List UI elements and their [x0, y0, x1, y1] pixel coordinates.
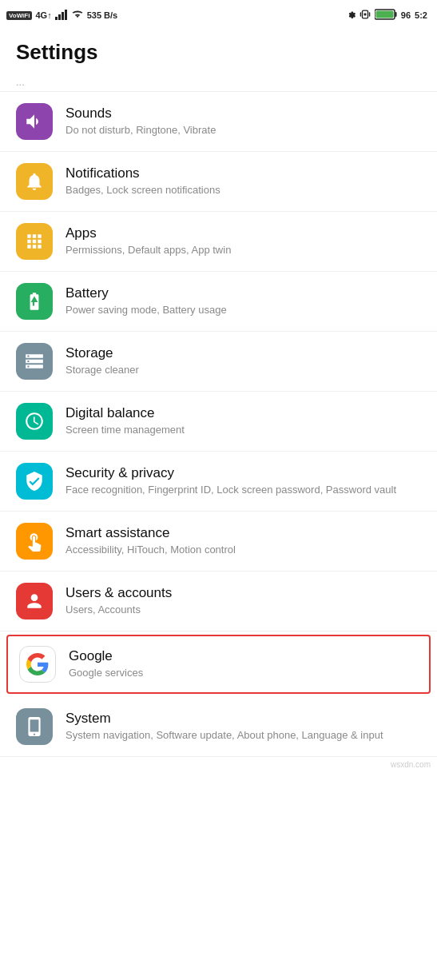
- status-left: VoWiFi 4G↑ 535 B/s: [6, 9, 117, 22]
- time: 5:2: [415, 10, 427, 20]
- page-header: Settings: [0, 29, 437, 73]
- smart-assistance-text: Smart assistance Accessibility, HiTouch,…: [66, 525, 421, 557]
- google-icon: [26, 653, 49, 675]
- settings-item-digital-balance[interactable]: Digital balance Screen time management: [0, 392, 437, 452]
- battery-percent: 96: [401, 10, 411, 20]
- vowifi-badge: VoWiFi: [6, 11, 32, 20]
- digital-balance-text: Digital balance Screen time management: [66, 405, 421, 437]
- users-accounts-title: Users & accounts: [66, 585, 421, 601]
- vibrate-icon: [360, 9, 371, 22]
- settings-item-users-accounts[interactable]: Users & accounts Users, Accounts: [0, 572, 437, 631]
- storage-icon-wrapper: [16, 343, 53, 380]
- google-icon-wrapper: [19, 646, 56, 683]
- smart-assistance-icon: [24, 531, 45, 552]
- battery-icon-wrapper: [16, 283, 53, 320]
- notifications-icon-wrapper: [16, 163, 53, 200]
- battery-subtitle: Power saving mode, Battery usage: [66, 303, 421, 317]
- settings-item-storage[interactable]: Storage Storage cleaner: [0, 332, 437, 392]
- watermark: wsxdn.com: [0, 757, 437, 772]
- svg-rect-1: [58, 14, 61, 20]
- google-title: Google: [69, 648, 418, 664]
- wifi-icon: [71, 9, 84, 22]
- sound-icon: [24, 111, 45, 132]
- apps-icon: [24, 231, 45, 252]
- digital-balance-subtitle: Screen time management: [66, 423, 421, 437]
- digital-balance-icon: [24, 411, 45, 432]
- security-text: Security & privacy Face recognition, Fin…: [66, 465, 421, 497]
- system-text: System System navigation, Software updat…: [66, 711, 421, 743]
- users-icon: [24, 591, 45, 612]
- storage-subtitle: Storage cleaner: [66, 363, 421, 377]
- smart-assistance-subtitle: Accessibility, HiTouch, Motion control: [66, 543, 421, 557]
- signal-strength: 4G↑: [35, 10, 51, 20]
- security-icon: [24, 471, 45, 492]
- settings-item-security-privacy[interactable]: Security & privacy Face recognition, Fin…: [0, 452, 437, 512]
- settings-item-google[interactable]: Google Google services: [6, 635, 431, 694]
- notifications-text: Notifications Badges, Lock screen notifi…: [66, 165, 421, 197]
- battery-title: Battery: [66, 285, 421, 301]
- digital-balance-title: Digital balance: [66, 405, 421, 421]
- sounds-subtitle: Do not disturb, Ringtone, Vibrate: [66, 123, 421, 137]
- settings-item-battery[interactable]: Battery Power saving mode, Battery usage: [0, 272, 437, 332]
- smart-assistance-icon-wrapper: [16, 523, 53, 560]
- notifications-title: Notifications: [66, 165, 421, 181]
- status-bar: VoWiFi 4G↑ 535 B/s ✽ 96 5:2: [0, 0, 437, 29]
- sounds-text: Sounds Do not disturb, Ringtone, Vibrate: [66, 106, 421, 137]
- apps-subtitle: Permissions, Default apps, App twin: [66, 243, 421, 257]
- users-accounts-subtitle: Users, Accounts: [66, 603, 421, 617]
- notification-icon: [24, 171, 45, 192]
- settings-list: Sounds Do not disturb, Ringtone, Vibrate…: [0, 92, 437, 757]
- apps-title: Apps: [66, 225, 421, 241]
- apps-icon-wrapper: [16, 223, 53, 260]
- settings-item-smart-assistance[interactable]: Smart assistance Accessibility, HiTouch,…: [0, 512, 437, 572]
- system-icon: [24, 716, 45, 737]
- settings-item-sounds[interactable]: Sounds Do not disturb, Ringtone, Vibrate: [0, 92, 437, 152]
- system-subtitle: System navigation, Software update, Abou…: [66, 728, 421, 743]
- settings-item-notifications[interactable]: Notifications Badges, Lock screen notifi…: [0, 152, 437, 212]
- battery-text: Battery Power saving mode, Battery usage: [66, 285, 421, 317]
- sounds-title: Sounds: [66, 106, 421, 122]
- users-accounts-text: Users & accounts Users, Accounts: [66, 585, 421, 617]
- status-right: ✽ 96 5:2: [348, 9, 427, 22]
- signal-bars: [55, 9, 68, 22]
- svg-rect-3: [65, 10, 67, 20]
- battery-icon: [24, 291, 45, 312]
- svg-rect-10: [375, 11, 393, 18]
- system-title: System: [66, 711, 421, 727]
- storage-title: Storage: [66, 345, 421, 361]
- settings-item-apps[interactable]: Apps Permissions, Default apps, App twin: [0, 212, 437, 272]
- storage-text: Storage Storage cleaner: [66, 345, 421, 377]
- svg-rect-5: [364, 14, 366, 16]
- page-title: Settings: [16, 40, 421, 65]
- partial-item: ...: [0, 73, 437, 92]
- security-icon-wrapper: [16, 463, 53, 500]
- battery-indicator: [375, 9, 397, 22]
- google-text: Google Google services: [69, 648, 418, 680]
- svg-rect-6: [360, 12, 361, 17]
- smart-assistance-title: Smart assistance: [66, 525, 421, 541]
- security-title: Security & privacy: [66, 465, 421, 481]
- apps-text: Apps Permissions, Default apps, App twin: [66, 225, 421, 257]
- svg-rect-0: [55, 17, 58, 20]
- svg-rect-2: [62, 12, 64, 20]
- svg-rect-9: [395, 12, 396, 17]
- system-icon-wrapper: [16, 708, 53, 745]
- security-subtitle: Face recognition, Fingerprint ID, Lock s…: [66, 483, 421, 497]
- notifications-subtitle: Badges, Lock screen notifications: [66, 183, 421, 197]
- digital-balance-icon-wrapper: [16, 403, 53, 440]
- users-icon-wrapper: [16, 583, 53, 619]
- sounds-icon-wrapper: [16, 103, 53, 140]
- svg-rect-7: [369, 12, 370, 17]
- storage-icon: [24, 351, 45, 372]
- data-speed: 535 B/s: [87, 10, 118, 20]
- settings-item-system[interactable]: System System navigation, Software updat…: [0, 697, 437, 757]
- bluetooth-icon: ✽: [348, 10, 356, 21]
- google-subtitle: Google services: [69, 666, 418, 680]
